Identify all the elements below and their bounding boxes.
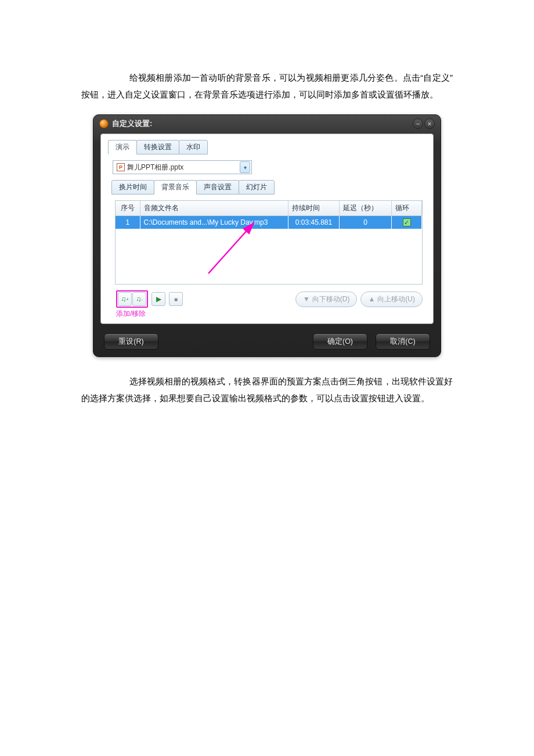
dialog-footer: 重设(R) 确定(O) 取消(C) bbox=[93, 330, 441, 350]
cell-delay: 0 bbox=[340, 216, 392, 229]
col-duration[interactable]: 持续时间 bbox=[288, 201, 340, 216]
col-delay[interactable]: 延迟（秒） bbox=[340, 201, 392, 216]
powerpoint-icon: P bbox=[117, 163, 125, 171]
table-row[interactable]: 1 C:\Documents and...\My Lucky Day.mp3 0… bbox=[116, 216, 422, 229]
minimize-button[interactable]: – bbox=[413, 118, 423, 129]
col-filename[interactable]: 音频文件名 bbox=[140, 201, 288, 216]
remove-music-button[interactable]: ♫- bbox=[132, 292, 146, 306]
reset-button[interactable]: 重设(R) bbox=[104, 333, 158, 350]
col-index[interactable]: 序号 bbox=[116, 201, 140, 216]
screenshot-figure: 自定义设置: – × 演示 转换设置 水印 P 舞儿PPT相册.pptx ▾ bbox=[93, 114, 441, 357]
music-table[interactable]: 序号 音频文件名 持续时间 延迟（秒） 循环 1 C:\ bbox=[115, 200, 423, 285]
outer-tabs: 演示 转换设置 水印 bbox=[108, 140, 426, 154]
move-up-button[interactable]: ▲ 向上移动(U) bbox=[360, 291, 423, 307]
controls-row: ♫+ ♫- ▶ ■ ▼ 向下移动(D) ▲ 向上移动(U) bbox=[116, 290, 423, 308]
cell-duration: 0:03:45.881 bbox=[288, 216, 340, 229]
dropdown-arrow-icon[interactable]: ▾ bbox=[240, 161, 250, 173]
titlebar: 自定义设置: – × bbox=[93, 115, 441, 130]
paragraph-1: 给视频相册添加一首动听的背景音乐，可以为视频相册更添几分姿色。点击“自定义”按钮… bbox=[81, 70, 453, 103]
add-remove-group: ♫+ ♫- bbox=[116, 290, 148, 308]
svg-line-0 bbox=[208, 223, 254, 273]
col-loop[interactable]: 循环 bbox=[392, 201, 422, 216]
cell-index: 1 bbox=[116, 216, 140, 229]
file-combobox[interactable]: P 舞儿PPT相册.pptx ▾ bbox=[113, 160, 252, 174]
tab-slides[interactable]: 幻灯片 bbox=[239, 180, 275, 195]
dialog-title: 自定义设置: bbox=[112, 118, 152, 129]
up-arrow-icon: ▲ bbox=[368, 295, 375, 303]
dialog-body: 演示 转换设置 水印 P 舞儿PPT相册.pptx ▾ 换片时间 背景音乐 声音… bbox=[100, 134, 434, 324]
loop-checkbox-icon[interactable]: ✓ bbox=[403, 218, 411, 226]
tab-presentation[interactable]: 演示 bbox=[108, 140, 137, 154]
move-down-button[interactable]: ▼ 向下移动(D) bbox=[295, 291, 358, 307]
tab-convert-settings[interactable]: 转换设置 bbox=[136, 140, 179, 154]
tab-watermark[interactable]: 水印 bbox=[179, 140, 208, 154]
tab-background-music[interactable]: 背景音乐 bbox=[154, 180, 197, 195]
app-icon bbox=[99, 119, 109, 128]
file-name: 舞儿PPT相册.pptx bbox=[127, 163, 183, 172]
add-music-button[interactable]: ♫+ bbox=[118, 292, 132, 306]
custom-settings-dialog: 自定义设置: – × 演示 转换设置 水印 P 舞儿PPT相册.pptx ▾ bbox=[93, 114, 441, 357]
play-button[interactable]: ▶ bbox=[151, 292, 165, 306]
close-button[interactable]: × bbox=[424, 118, 435, 129]
cell-loop[interactable]: ✓ bbox=[392, 216, 422, 229]
ok-button[interactable]: 确定(O) bbox=[313, 333, 367, 350]
down-arrow-icon: ▼ bbox=[303, 295, 310, 303]
tab-sound-settings[interactable]: 声音设置 bbox=[196, 180, 239, 195]
stop-button[interactable]: ■ bbox=[169, 292, 183, 306]
annotation-add-remove-label: 添加/移除 bbox=[116, 309, 426, 319]
inner-tabs: 换片时间 背景音乐 声音设置 幻灯片 bbox=[111, 180, 426, 195]
cancel-button[interactable]: 取消(C) bbox=[376, 333, 430, 350]
cell-filename: C:\Documents and...\My Lucky Day.mp3 bbox=[140, 216, 288, 229]
tab-slide-timing[interactable]: 换片时间 bbox=[111, 180, 154, 195]
paragraph-2: 选择视频相册的视频格式，转换器界面的预置方案点击倒三角按钮，出现软件设置好的选择… bbox=[81, 373, 453, 406]
